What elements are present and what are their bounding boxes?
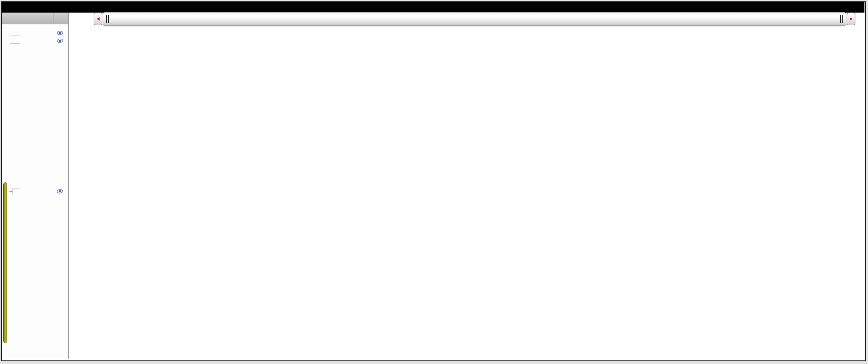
tree-branch [9,187,9,191]
visibility-eye-icon-out[interactable] [56,189,63,194]
overview-scroll-right-button[interactable] [847,13,856,25]
signal-row-d[interactable] [2,30,68,36]
tree-branch [7,33,9,33]
overview-scrollbar-thumb[interactable] [103,12,846,26]
visibility-eye-icon-di[interactable] [56,38,63,43]
signal-row-out[interactable] [2,189,68,195]
visibility-eye-icon-d[interactable] [56,30,63,35]
signal-row-di[interactable] [2,38,68,44]
signal-color-swatch-out[interactable] [12,189,20,194]
tree-branch [7,41,9,41]
window-bottom-strip [0,361,868,364]
column-divider [54,13,54,23]
tree-branch [9,191,12,192]
right-arrow-icon [849,17,853,21]
signals-panel-header [2,12,68,24]
plot-background [69,12,864,359]
overview-scroll-left-button[interactable] [94,13,102,25]
titlebar[interactable] [2,2,864,12]
signal-color-swatch-d[interactable] [10,30,20,36]
screen [0,0,868,364]
active-strip-indicator[interactable] [3,183,7,343]
signals-panel [2,12,69,359]
left-arrow-icon [96,17,100,21]
tree-branch [7,34,7,41]
signal-color-swatch-di[interactable] [10,38,20,43]
overview-mini-trace [103,12,846,25]
